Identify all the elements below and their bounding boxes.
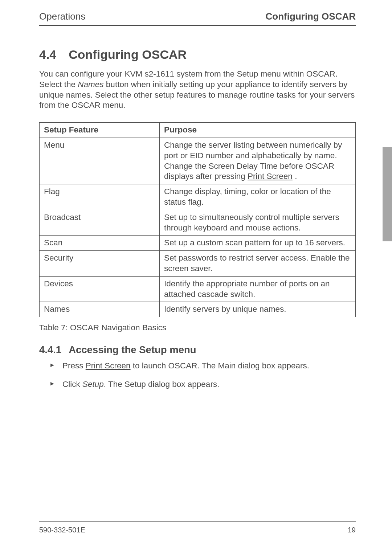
cell-purpose: Set up a custom scan pattern for up to 1… bbox=[159, 236, 355, 251]
cell-purpose: Identify the appropriate number of ports… bbox=[159, 276, 355, 302]
table-row: Security Set passwords to restrict serve… bbox=[40, 251, 356, 277]
table-row: Flag Change display, timing, color or lo… bbox=[40, 184, 356, 210]
step-item: Click Setup. The Setup dialog box appear… bbox=[49, 379, 356, 390]
table-caption: Table 7: OSCAR Navigation Basics bbox=[39, 323, 356, 332]
footer-doc-number: 590-332-501E bbox=[39, 526, 85, 534]
section-number: 4.4 bbox=[39, 48, 56, 61]
table-header-row: Setup Feature Purpose bbox=[40, 123, 356, 138]
steps-list: Press Print Screen to launch OSCAR. The … bbox=[39, 361, 356, 390]
subsection-title-text: Accessing the Setup menu bbox=[69, 344, 196, 355]
page-header: Operations Configuring OSCAR bbox=[39, 11, 356, 26]
cell-feature: Names bbox=[40, 302, 160, 317]
cell-purpose: Change display, timing, color or locatio… bbox=[159, 184, 355, 210]
table-row: Menu Change the server listing between n… bbox=[40, 138, 356, 184]
cell-purpose: Identify servers by unique names. bbox=[159, 302, 355, 317]
col-header-feature: Setup Feature bbox=[40, 123, 160, 138]
subsection-number: 4.4.1 bbox=[39, 344, 61, 355]
cell-purpose: Set passwords to restrict server access.… bbox=[159, 251, 355, 277]
cell-purpose: Change the server listing between numeri… bbox=[159, 138, 355, 184]
cell-feature: Broadcast bbox=[40, 210, 160, 236]
cell-feature: Scan bbox=[40, 236, 160, 251]
header-chapter: Operations bbox=[39, 11, 85, 22]
intro-paragraph: You can configure your KVM s2-1611 syste… bbox=[39, 69, 356, 111]
cell-feature: Flag bbox=[40, 184, 160, 210]
cell-feature: Devices bbox=[40, 276, 160, 302]
section-title-text: Configuring OSCAR bbox=[69, 48, 187, 61]
cell-purpose: Set up to simultaneously control multipl… bbox=[159, 210, 355, 236]
table-row: Devices Identify the appropriate number … bbox=[40, 276, 356, 302]
section-heading: 4.4Configuring OSCAR bbox=[39, 48, 356, 62]
cell-feature: Security bbox=[40, 251, 160, 277]
step-item: Press Print Screen to launch OSCAR. The … bbox=[49, 361, 356, 371]
side-tab bbox=[383, 147, 392, 241]
subsection-heading: 4.4.1Accessing the Setup menu bbox=[39, 344, 356, 356]
table-row: Names Identify servers by unique names. bbox=[40, 302, 356, 317]
footer-page-number: 19 bbox=[348, 526, 356, 534]
page-footer: 590-332-501E 19 bbox=[39, 521, 356, 534]
table-row: Scan Set up a custom scan pattern for up… bbox=[40, 236, 356, 251]
cell-feature: Menu bbox=[40, 138, 160, 184]
col-header-purpose: Purpose bbox=[159, 123, 355, 138]
table-row: Broadcast Set up to simultaneously contr… bbox=[40, 210, 356, 236]
header-section: Configuring OSCAR bbox=[266, 11, 356, 22]
setup-features-table: Setup Feature Purpose Menu Change the se… bbox=[39, 122, 356, 317]
